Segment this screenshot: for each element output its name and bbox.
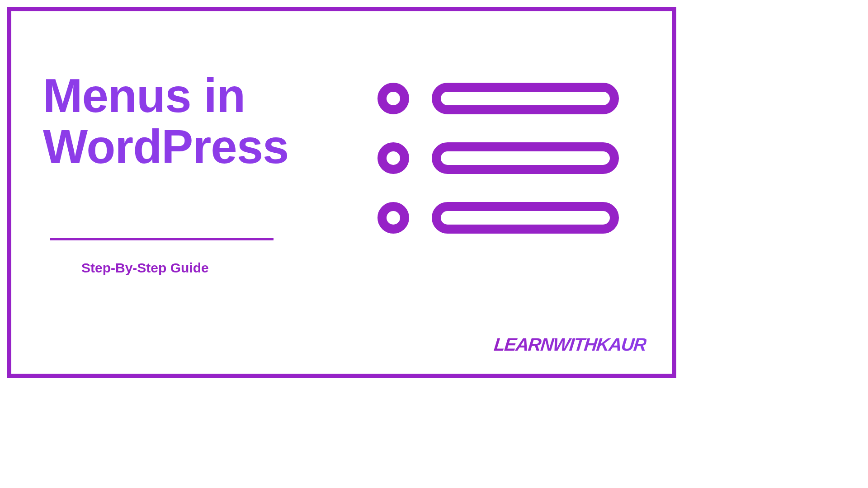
banner-frame: Menus inWordPress Step-By-Step Guide LEA… — [7, 7, 676, 378]
brand-logo: LEARNWITHKAUR — [493, 334, 647, 355]
subtitle-text: Step-By-Step Guide — [81, 260, 209, 276]
page-title: Menus inWordPress — [43, 70, 288, 173]
bullet-icon — [377, 202, 409, 234]
bullet-icon — [377, 142, 409, 174]
line-icon — [432, 202, 619, 234]
menu-list-icon — [377, 83, 624, 261]
menu-row — [377, 142, 624, 174]
menu-row — [377, 83, 624, 114]
line-icon — [432, 83, 619, 114]
title-divider — [50, 238, 274, 240]
line-icon — [432, 142, 619, 174]
bullet-icon — [377, 83, 409, 114]
menu-row — [377, 202, 624, 234]
